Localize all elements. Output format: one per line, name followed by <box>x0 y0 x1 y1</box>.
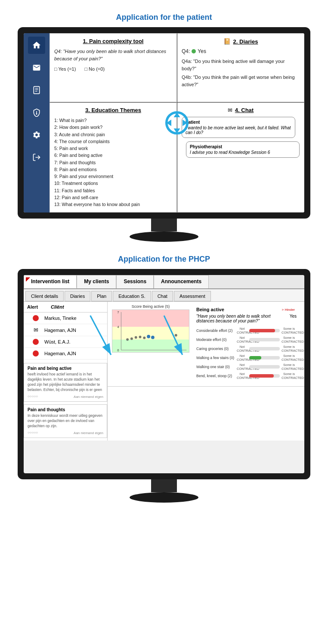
slider-track-4[interactable] <box>249 356 280 360</box>
slider-label-3: Caring groceries (0) <box>196 347 235 351</box>
sidebar-book-icon[interactable] <box>28 81 45 99</box>
client-name-1: Markus, Tineke <box>44 316 77 321</box>
sync-icon-overlay <box>165 111 189 135</box>
slider-track-5[interactable] <box>249 365 280 369</box>
subtab-diaries[interactable]: Diaries <box>65 291 90 301</box>
svg-point-26 <box>151 336 155 339</box>
assessment-answer: Yes <box>290 314 297 319</box>
edu-block-1-text: heeft invloed hoe actief iemand is in he… <box>28 372 103 393</box>
q4-value: Yes <box>198 47 206 55</box>
tab-my-clients[interactable]: My clients <box>77 275 116 288</box>
yes-option[interactable]: □ Yes (=1) <box>54 66 76 73</box>
tab-announcements[interactable]: Announcements <box>154 275 209 288</box>
pain-question: Q4: "Have you only been able to walk sho… <box>54 48 172 62</box>
edu-block-2-title: Pain and thoughts <box>28 407 103 412</box>
svg-point-5 <box>36 114 37 115</box>
edu-block-2-stars: ○○○○○ <box>28 431 38 435</box>
client-row-2[interactable]: ✉ Hageman, AJN <box>24 324 107 336</box>
client-name-4: Hageman, AJN <box>44 351 76 356</box>
sidebar-shield-icon[interactable] <box>28 104 45 121</box>
slider-start-2: NotCONTRACTED <box>237 336 248 344</box>
quadrant-chat: ✉ 4. Chat Patient I wanted to be more ac… <box>177 102 304 213</box>
edu-item-13[interactable]: 13: What everyone has to know about pain <box>54 201 172 208</box>
slider-row-4: Walking a few stairs (0) NotCONTRACTED S… <box>196 354 297 362</box>
slider-label-5: Walking one stair (0) <box>196 365 235 369</box>
slider-track-2[interactable] <box>249 338 280 341</box>
phcp-screen: Intervention list My clients Sessions An… <box>24 275 304 473</box>
phcp-monitor-base <box>130 492 198 503</box>
edu-item-7[interactable]: 7: Pain and thoughts <box>54 159 172 166</box>
edu-block-1-title: Pain and being active <box>28 366 103 371</box>
svg-point-24 <box>143 337 145 339</box>
edu-item-3[interactable]: 3: Acute and chronic pain <box>54 131 172 138</box>
sidebar-home-icon[interactable] <box>28 37 45 54</box>
phcp-monitor-stand <box>130 479 198 503</box>
edu-item-10[interactable]: 10: Treatment options <box>54 180 172 187</box>
slider-row-1: Considerable effort (2) NotCONTRACTED So… <box>196 327 297 335</box>
sidebar-logout-icon[interactable] <box>28 149 45 166</box>
svg-point-21 <box>130 338 133 340</box>
svg-point-22 <box>135 336 137 339</box>
slider-label-1: Considerable effort (2) <box>196 328 235 333</box>
assessment-panel: Being active > Hinder "Have you only bee… <box>193 304 300 384</box>
patient-section-title: Application for the patient <box>9 13 319 22</box>
client-row-1[interactable]: Markus, Tineke <box>24 313 107 324</box>
slider-label-4: Walking a few stairs (0) <box>196 356 235 360</box>
sidebar-mail-icon[interactable] <box>28 59 45 76</box>
edu-item-12[interactable]: 12: Pain and self-care <box>54 194 172 201</box>
no-option[interactable]: □ No (=0) <box>84 66 105 73</box>
edu-item-9[interactable]: 9: Pain and your environment <box>54 173 172 180</box>
slider-row-5: Walking one stair (0) NotCONTRACTED Some… <box>196 363 297 371</box>
sidebar-gear-icon[interactable] <box>28 126 45 144</box>
edu-item-6[interactable]: 6: Pain and being active <box>54 152 172 159</box>
slider-track-1[interactable] <box>249 329 280 332</box>
svg-text:4: 4 <box>117 325 119 329</box>
monitor-base <box>130 231 198 242</box>
edu-item-8[interactable]: 8: Pain and emotions <box>54 166 172 173</box>
svg-text:7: 7 <box>117 310 119 314</box>
slider-track-3[interactable] <box>249 347 280 350</box>
tab-sessions[interactable]: Sessions <box>116 275 154 288</box>
subtab-client-details[interactable]: Client details <box>25 291 64 301</box>
slider-end-4: Some isCONTRACTED <box>282 354 297 362</box>
edu-item-5[interactable]: 5: Pain and work <box>54 145 172 152</box>
svg-point-27 <box>175 334 177 337</box>
subtab-education[interactable]: Education S. <box>113 291 151 301</box>
client-row-3[interactable]: Wüst, E.A.J. <box>24 336 107 348</box>
quadrant-education: 3. Education Themes 1: What is pain? 2: … <box>50 102 177 213</box>
patient-monitor: 1. Pain complexity tool Q4: "Have you on… <box>18 27 310 219</box>
red-circle-4 <box>33 350 39 356</box>
slider-track-6[interactable] <box>249 374 280 378</box>
edu-item-1[interactable]: 1: What is pain? <box>54 117 172 124</box>
subtab-plan[interactable]: Plan <box>91 291 112 301</box>
q4-label: Q4: <box>182 47 190 55</box>
patient-monitor-stand <box>130 219 198 242</box>
edu-block-2[interactable]: Pain and thoughts In deze kenniskuur wor… <box>24 404 107 438</box>
phcp-sub-nav: Client details Diaries Plan Education S. <box>24 289 304 302</box>
physio-chat-bubble: Physiotherapist I advise you to read Kno… <box>186 141 300 158</box>
client-list-panel: Alert Cliënt Markus, Tineke ✉ Hageman, A… <box>24 302 108 440</box>
phcp-monitor-wrapper: Intervention list My clients Sessions An… <box>9 269 319 503</box>
edu-block-2-text: In deze kenniskuur wordt meer uitleg geg… <box>28 413 103 429</box>
subtab-assessment[interactable]: Assessment <box>174 291 211 301</box>
edu-block-2-meta: Aan niemand eigen <box>74 431 103 435</box>
assessment-question: "Have you only been able to walk short d… <box>196 314 287 323</box>
client-row-4[interactable]: Hageman, AJN <box>24 348 107 360</box>
edu-item-2[interactable]: 2: How does pain work? <box>54 124 172 131</box>
patient-monitor-wrapper: 1. Pain complexity tool Q4: "Have you on… <box>9 27 319 242</box>
diaries-icon: 📔 <box>223 38 231 45</box>
tab-intervention-list[interactable]: Intervention list <box>24 275 77 288</box>
patient-screen: 1. Pain complexity tool Q4: "Have you on… <box>24 33 304 213</box>
edu-block-1[interactable]: Pain and being active heeft invloed hoe … <box>24 363 107 402</box>
subtab-chat[interactable]: Chat <box>152 291 173 301</box>
edu-item-4[interactable]: 4: The course of complaints <box>54 138 172 145</box>
edu-item-11[interactable]: 11: Facts and fables <box>54 187 172 194</box>
slider-start-4: NotCONTRACTED <box>237 354 248 362</box>
education-list: 1: What is pain? 2: How does pain work? … <box>54 117 172 208</box>
chart-title: Score Being active (5) <box>112 304 189 309</box>
physio-message: I advise you to read Knowledge Session 6 <box>190 150 296 155</box>
quadrant-diaries: 📔 2. Diaries Q4: Yes Q4a: "Do you think … <box>177 33 304 102</box>
hint-button[interactable]: > Hinder <box>280 307 297 313</box>
slider-start-5: NotCONTRACTED <box>237 363 248 371</box>
svg-point-23 <box>139 336 142 338</box>
